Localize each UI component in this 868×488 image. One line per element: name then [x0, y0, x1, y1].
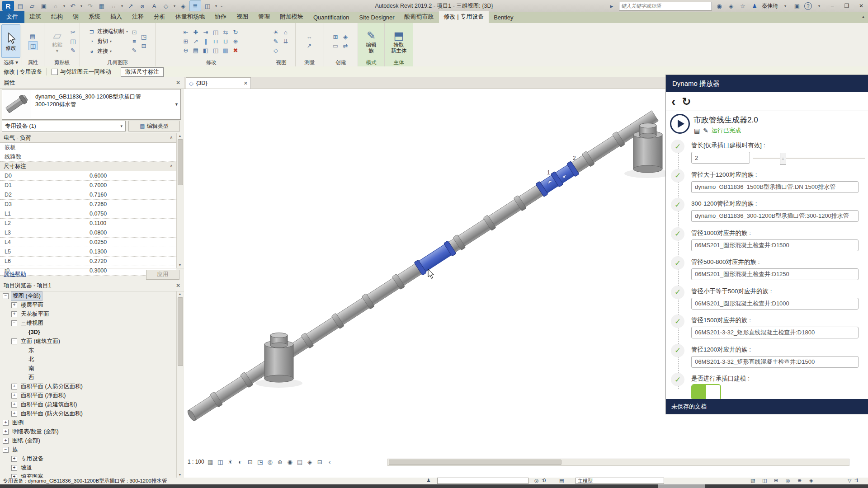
- ribbon-tab--[interactable]: 修改 | 专用设备: [439, 11, 489, 23]
- property-value[interactable]: 0.7160: [87, 190, 176, 199]
- create-group-icon[interactable]: ⊞: [331, 33, 340, 41]
- scroll-up-icon[interactable]: ▲: [177, 291, 183, 297]
- edit-script-icon[interactable]: ✎: [703, 127, 708, 134]
- apply-button[interactable]: 应用: [146, 270, 179, 280]
- create-similar-icon[interactable]: ◈: [341, 33, 349, 41]
- sun-path-icon[interactable]: ◐: [236, 458, 244, 466]
- tree-item-label[interactable]: 南: [27, 364, 36, 373]
- array-icon[interactable]: ⊞: [182, 37, 190, 45]
- analytical-icon[interactable]: ⊟: [316, 458, 324, 466]
- minimize-button[interactable]: –: [826, 1, 838, 10]
- tag-icon[interactable]: ⌀: [137, 1, 148, 11]
- redo-icon[interactable]: ↷: [85, 1, 95, 11]
- detail-level-icon[interactable]: ◫: [217, 458, 224, 466]
- project-browser-close-icon[interactable]: ✕: [176, 282, 180, 289]
- section-icon[interactable]: ◈: [178, 1, 189, 11]
- scroll-down-icon[interactable]: ▼: [177, 263, 183, 268]
- thin-lines-icon[interactable]: ≣: [189, 0, 201, 11]
- visibility-lightbulb-icon[interactable]: ☀: [272, 28, 280, 36]
- ribbon-tab--[interactable]: 酸葡萄市政: [400, 11, 439, 23]
- offset-icon[interactable]: ⇥: [202, 28, 210, 36]
- property-value[interactable]: 0.6000: [87, 171, 176, 180]
- activate-dimensions-button[interactable]: 激活尺寸标注: [121, 67, 164, 77]
- close-button[interactable]: ✕: [855, 1, 867, 10]
- browser-scrollbar[interactable]: ▲ ▼: [176, 291, 183, 478]
- signed-in-user[interactable]: 秦佳琦: [762, 2, 778, 10]
- collapse-icon[interactable]: −: [3, 447, 9, 453]
- press-drag-icon[interactable]: ⊞: [774, 478, 778, 483]
- wall-icon[interactable]: ▥: [222, 46, 230, 54]
- underlay-icon[interactable]: ⇊: [282, 37, 290, 45]
- type-selector-caret-icon[interactable]: ▼: [175, 102, 179, 107]
- text-icon[interactable]: A: [149, 1, 160, 11]
- expand-icon[interactable]: ‹: [326, 458, 334, 466]
- expand-icon[interactable]: +: [11, 474, 17, 478]
- copy-icon[interactable]: ◫: [69, 37, 77, 45]
- scale-icon[interactable]: ↗: [192, 37, 200, 45]
- tree-item-label[interactable]: 面积平面 (净面积): [19, 391, 67, 400]
- tree-item[interactable]: 北: [0, 355, 176, 364]
- match-icon[interactable]: ▤: [192, 46, 200, 54]
- ribbon-tab--[interactable]: 建筑: [24, 11, 46, 23]
- tree-item-label[interactable]: 图纸 (全部): [11, 436, 42, 445]
- property-row[interactable]: L10.0750: [0, 209, 176, 219]
- property-row[interactable]: D00.6000: [0, 171, 176, 181]
- property-section-header[interactable]: 尺寸标注∧: [0, 162, 176, 171]
- dynamo-input-field[interactable]: [691, 268, 859, 280]
- worksets-icon[interactable]: ♟: [426, 478, 431, 483]
- editable-only-icon[interactable]: ▧: [750, 478, 755, 483]
- windows-caret-icon[interactable]: ▾: [214, 1, 218, 11]
- ribbon-tab-bentley[interactable]: Bentley: [489, 12, 518, 23]
- tree-item-label[interactable]: 专用设备: [19, 455, 45, 463]
- category-filter-select[interactable]: 专用设备 (1)▾: [2, 121, 126, 131]
- dynamo-input-field[interactable]: [691, 239, 859, 251]
- dynamo-input-field[interactable]: [691, 210, 859, 222]
- tree-item-label[interactable]: 立面 (建筑立面): [19, 337, 61, 346]
- scroll-up-icon[interactable]: ▲: [177, 133, 183, 139]
- expand-icon[interactable]: +: [11, 456, 17, 462]
- ribbon-tab--[interactable]: 插入: [105, 11, 127, 23]
- family-types-icon[interactable]: ▤: [28, 32, 37, 40]
- tree-item-label[interactable]: 东: [27, 346, 36, 355]
- editing-requests-icon[interactable]: ◎: [534, 478, 539, 483]
- scrollbar-thumb[interactable]: [178, 139, 183, 185]
- tree-item[interactable]: +面积平面 (总建筑面积): [0, 400, 176, 409]
- scrollbar-thumb[interactable]: [178, 297, 183, 366]
- type-selector[interactable]: dynamo_GB11836_300-1200B型承插口管 300-1200排水…: [2, 89, 181, 120]
- render-icon[interactable]: ⌂: [282, 28, 290, 36]
- tree-item[interactable]: 南: [0, 364, 176, 373]
- edit-family-button[interactable]: ✎编辑族: [361, 25, 382, 57]
- communication-center-icon[interactable]: ◈: [726, 1, 736, 10]
- default-3d-view-icon[interactable]: ◇: [160, 1, 171, 11]
- visual-style-icon[interactable]: ☀: [226, 458, 234, 466]
- default-3d-icon[interactable]: ◇: [272, 46, 280, 54]
- cut-icon[interactable]: ✂: [69, 28, 77, 36]
- property-value[interactable]: 0.0800: [87, 228, 176, 237]
- undo-icon[interactable]: ↶: [67, 1, 78, 11]
- tree-item-label[interactable]: 明细表/数量 (全部): [11, 427, 60, 436]
- tree-item[interactable]: +填充图案: [0, 472, 176, 478]
- dynamo-input-field[interactable]: [691, 181, 859, 193]
- tree-item-label[interactable]: 族: [11, 446, 19, 454]
- dynamo-player-title-bar[interactable]: Dynamo 播放器: [666, 75, 868, 92]
- beam-join-icon[interactable]: ≡: [130, 37, 138, 45]
- ribbon-tab--[interactable]: 钢: [68, 11, 84, 23]
- selected-pipe-segment-a[interactable]: [414, 241, 456, 276]
- tree-item-label[interactable]: 西: [27, 373, 36, 382]
- exclude-options-icon[interactable]: ◫: [762, 478, 767, 483]
- tree-item-label[interactable]: 楼层平面: [19, 301, 45, 310]
- tree-item-label[interactable]: {3D}: [27, 328, 42, 336]
- ribbon-tab--[interactable]: 分析: [149, 11, 170, 23]
- property-value[interactable]: 0.1100: [87, 219, 176, 228]
- view-tab-close-icon[interactable]: ✕: [244, 80, 248, 86]
- expand-icon[interactable]: +: [11, 302, 17, 308]
- ribbon-tab--[interactable]: 附加模块: [275, 11, 308, 23]
- split-icon[interactable]: ∥: [202, 37, 210, 45]
- tree-item[interactable]: +图纸 (全部): [0, 436, 176, 445]
- graphics-override-icon[interactable]: ✎: [272, 37, 280, 45]
- help-search-input[interactable]: [619, 2, 712, 10]
- tree-item-label[interactable]: 面积平面 (总建筑面积): [19, 400, 78, 409]
- paint-icon[interactable]: ✎: [130, 46, 138, 54]
- collapse-icon[interactable]: −: [11, 338, 17, 344]
- app-store-cart-icon[interactable]: ▣: [793, 1, 802, 10]
